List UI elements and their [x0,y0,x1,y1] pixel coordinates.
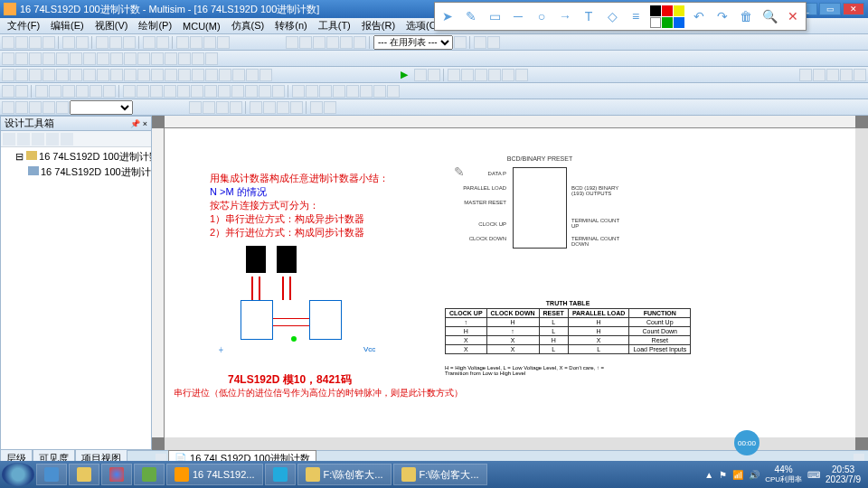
tray-net-icon[interactable]: 📶 [732,470,743,480]
display-u2[interactable] [277,246,297,273]
a7-icon[interactable] [277,101,289,114]
step1-icon[interactable] [448,69,460,81]
inst2-icon[interactable] [137,85,149,98]
g3-icon[interactable] [29,101,42,114]
basic-icon[interactable] [15,52,28,65]
zoom2-icon[interactable] [813,69,826,81]
zoom3-icon[interactable] [826,69,839,81]
menu-place[interactable]: 绘制(P) [133,19,177,33]
schematic-canvas[interactable]: ✎ 用集成计数器构成任意进制计数器小结： N >M 的情况 按芯片连接方式可分为… [165,128,855,437]
sb4-icon[interactable] [42,69,55,81]
p4-icon[interactable] [49,85,61,98]
inst9-icon[interactable] [231,85,244,98]
inst14-icon[interactable] [306,85,318,98]
pin-icon[interactable]: 📌 × [130,119,147,128]
save-icon[interactable] [42,36,55,49]
a9-icon[interactable] [310,101,323,114]
menu-mcu[interactable]: MCU(M) [177,21,226,32]
preview-icon[interactable] [76,36,89,49]
inst18-icon[interactable] [360,85,373,98]
sb15-icon[interactable] [192,69,204,81]
step2-icon[interactable] [461,69,474,81]
g1-icon[interactable] [2,101,14,114]
design-tree[interactable]: ⊟ 16 74LS192D 100进制计数 16 74LS192D 100进制计… [1,147,151,449]
sb10-icon[interactable] [124,69,137,81]
instrument-bar[interactable] [855,128,868,437]
step5-icon[interactable] [502,69,514,81]
p2-icon[interactable] [15,85,28,98]
ic-u4[interactable] [309,300,342,340]
display-u1[interactable] [246,246,266,273]
inst4-icon[interactable] [164,85,176,98]
color-yellow[interactable] [674,5,684,16]
cursor-icon[interactable]: ➤ [439,7,457,25]
circle-icon[interactable]: ○ [533,7,551,25]
tree-child[interactable]: 16 74LS192D 100进制计数 [3,164,149,180]
task-files[interactable] [69,464,99,485]
analog-icon[interactable] [56,52,69,65]
color-red[interactable] [662,5,673,16]
in-use-list-select[interactable]: --- 在用列表 --- [373,35,453,50]
zoom-out-icon[interactable] [190,36,203,49]
menu-tools[interactable]: 工具(T) [313,19,356,33]
inst1-icon[interactable] [123,85,136,98]
ind-icon[interactable] [124,52,137,65]
print-icon[interactable] [62,36,75,49]
comp1-icon[interactable] [286,36,298,49]
a5-icon[interactable] [250,101,262,114]
menu-view[interactable]: 视图(V) [90,19,134,33]
inst10-icon[interactable] [245,85,258,98]
task-app1[interactable] [134,464,165,485]
g5-icon[interactable] [56,101,69,114]
p5-icon[interactable] [62,85,75,98]
inst13-icon[interactable] [292,85,305,98]
st4-icon[interactable] [46,133,59,145]
undo-icon[interactable] [143,36,156,49]
step3-icon[interactable] [475,69,487,81]
src-icon[interactable] [2,52,14,65]
zoom-in-icon[interactable] [176,36,189,49]
a2-icon[interactable] [203,101,215,114]
menu-file[interactable]: 文件(F) [2,19,45,33]
sb9-icon[interactable] [110,69,123,81]
inst11-icon[interactable] [259,85,271,98]
maximize-button[interactable]: ▭ [819,3,841,15]
a6-icon[interactable] [263,101,276,114]
comp2-icon[interactable] [299,36,312,49]
db-icon[interactable] [474,36,486,49]
step6-icon[interactable] [515,69,528,81]
find-icon[interactable] [454,36,467,49]
inst16-icon[interactable] [333,85,345,98]
color-blue[interactable] [674,17,684,28]
zoom-area-icon[interactable] [217,36,230,49]
sb11-icon[interactable] [137,69,150,81]
pen-icon[interactable]: ✎ [462,7,480,25]
line-icon[interactable]: ─ [509,7,527,25]
tray-ime-icon[interactable]: ⌨ [807,470,820,480]
task-app2[interactable] [265,464,296,485]
text-icon[interactable]: T [580,7,598,25]
task-explorer[interactable] [36,464,67,485]
sb13-icon[interactable] [165,69,177,81]
zoom-fit-icon[interactable] [203,36,216,49]
elec-icon[interactable] [165,52,177,65]
a3-icon[interactable] [216,101,229,114]
close-button[interactable]: ✕ [843,3,864,15]
start-button[interactable] [2,463,34,486]
rect-icon[interactable]: ▭ [486,7,504,25]
transistor-icon[interactable] [42,52,55,65]
run-icon[interactable]: ▶ [401,69,413,81]
g4-icon[interactable] [42,101,55,114]
sb14-icon[interactable] [178,69,191,81]
sb5-icon[interactable] [56,69,69,81]
sb17-icon[interactable] [219,69,231,81]
menu-reports[interactable]: 报告(R) [356,19,401,33]
rf-icon[interactable] [151,52,164,65]
st1-icon[interactable] [3,133,15,145]
sb1-icon[interactable] [2,69,14,81]
tray-vol-icon[interactable]: 🔊 [749,470,760,480]
inst17-icon[interactable] [346,85,359,98]
sb12-icon[interactable] [151,69,164,81]
p8-icon[interactable] [103,85,116,98]
mcu-icon[interactable] [205,52,218,65]
